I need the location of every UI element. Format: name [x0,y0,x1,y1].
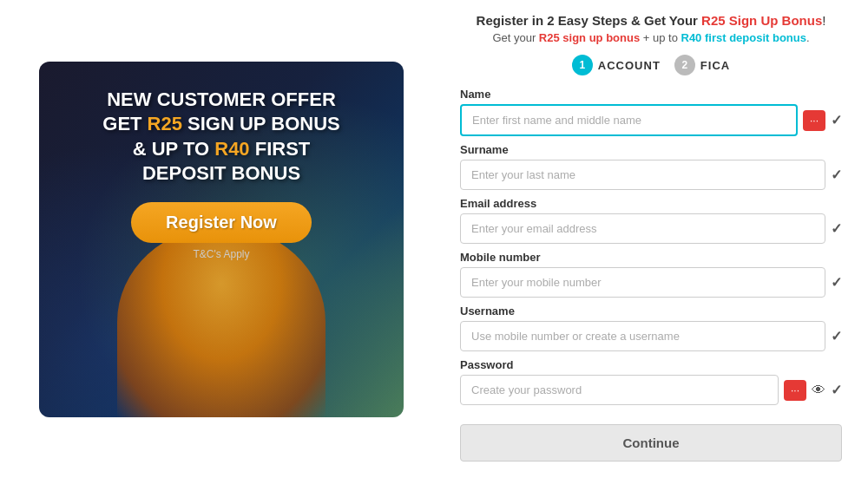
mobile-label: Mobile number [460,251,842,264]
email-label: Email address [460,197,842,210]
username-label: Username [460,304,842,318]
password-group: Password ··· 👁 ✓ [460,358,842,405]
password-input[interactable] [460,375,779,405]
right-panel: Register in 2 Easy Steps & Get Your R25 … [443,0,868,478]
username-check-icon: ✓ [831,328,842,344]
username-input[interactable] [460,321,825,351]
name-input-row: ··· ✓ [460,104,842,136]
header-title: Register in 2 Easy Steps & Get Your R25 … [460,13,842,28]
email-group: Email address ✓ [460,197,842,244]
surname-input-row: ✓ [460,160,842,190]
password-dots-button[interactable]: ··· [784,380,806,401]
password-label: Password [460,358,842,371]
step-circle-2: 2 [674,55,695,75]
step-circle-1: 1 [572,55,593,75]
surname-label: Surname [460,143,842,156]
header-subtitle: Get your R25 sign up bonus + up to R40 f… [460,31,842,44]
continue-button[interactable]: Continue [460,424,842,462]
header-section: Register in 2 Easy Steps & Get Your R25 … [460,13,842,44]
step-account[interactable]: 1 ACCOUNT [572,55,661,75]
mobile-input[interactable] [460,267,825,298]
password-eye-icon[interactable]: 👁 [812,383,825,398]
step-label-account: ACCOUNT [598,59,661,72]
mobile-group: Mobile number ✓ [460,251,842,298]
name-input[interactable] [460,104,798,136]
tc-text: T&C's Apply [194,248,250,260]
steps-row: 1 ACCOUNT 2 FICA [460,55,842,75]
username-input-row: ✓ [460,321,842,351]
password-input-row: ··· 👁 ✓ [460,375,842,405]
promo-banner: NEW CUSTOMER OFFER GET R25 SIGN UP BONUS… [39,62,404,417]
mobile-input-row: ✓ [460,267,842,298]
email-check-icon: ✓ [831,220,842,237]
surname-group: Surname ✓ [460,143,842,190]
name-group: Name ··· ✓ [460,88,842,136]
name-label: Name [460,88,842,101]
mobile-check-icon: ✓ [831,274,842,291]
surname-check-icon: ✓ [831,167,842,183]
username-group: Username ✓ [460,304,842,351]
surname-input[interactable] [460,160,825,190]
name-dots-button[interactable]: ··· [803,110,825,131]
password-check-icon: ✓ [831,382,842,398]
step-label-fica: FICA [700,59,730,72]
email-input[interactable] [460,213,825,244]
name-check-icon: ✓ [831,112,842,128]
email-input-row: ✓ [460,213,842,244]
promo-text: NEW CUSTOMER OFFER GET R25 SIGN UP BONUS… [102,88,339,187]
register-now-button[interactable]: Register Now [131,202,312,243]
step-fica[interactable]: 2 FICA [674,55,730,75]
left-panel: NEW CUSTOMER OFFER GET R25 SIGN UP BONUS… [0,0,443,478]
